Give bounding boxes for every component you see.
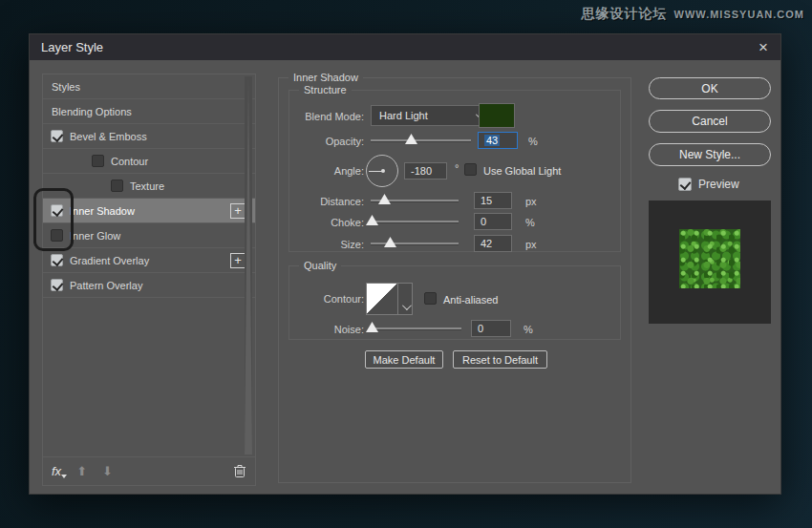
blend-mode-label: Blend Mode: <box>289 111 364 122</box>
opacity-label: Opacity: <box>289 136 364 147</box>
sidebar-item-gradient-overlay[interactable]: Gradient Overlay + <box>43 248 255 273</box>
angle-unit: ° <box>455 162 459 174</box>
use-global-light-label: Use Global Light <box>483 165 561 177</box>
contour-label: Contour: <box>289 293 364 305</box>
watermark-brand: 思缘设计论坛 <box>582 6 668 23</box>
annotation-highlight <box>33 188 74 251</box>
texture-checkbox[interactable] <box>111 180 123 192</box>
sidebar-item-texture[interactable]: Texture <box>43 174 255 199</box>
make-default-button[interactable]: Make Default <box>365 350 443 369</box>
opacity-value: 43 <box>484 135 500 146</box>
noise-input[interactable]: 0 <box>471 320 511 337</box>
choke-input[interactable]: 0 <box>474 213 512 230</box>
angle-input[interactable]: -180 <box>404 162 447 180</box>
choke-slider[interactable] <box>371 221 459 223</box>
distance-value: 15 <box>481 195 492 206</box>
sidebar-item-inner-shadow[interactable]: Inner Shadow + <box>43 199 255 223</box>
noise-label: Noise: <box>289 324 364 335</box>
dialog-title: Layer Style <box>41 40 103 54</box>
add-inner-shadow-button[interactable]: + <box>230 203 246 219</box>
contour-chevron-icon[interactable] <box>398 283 413 315</box>
angle-dial[interactable] <box>366 155 398 187</box>
effects-list: Styles Blending Options Bevel & Emboss C… <box>43 74 255 457</box>
contour-checkbox[interactable] <box>92 155 104 167</box>
sidebar-item-label: Inner Shadow <box>70 205 135 217</box>
scrollbar-thumb[interactable] <box>245 76 252 454</box>
watermark: 思缘设计论坛 WWW.MISSYUAN.COM <box>582 6 804 23</box>
effects-sidebar: Styles Blending Options Bevel & Emboss C… <box>42 74 256 486</box>
ok-button[interactable]: OK <box>649 77 771 99</box>
angle-center-dot <box>381 169 385 173</box>
sidebar-item-bevel-emboss[interactable]: Bevel & Emboss <box>43 124 255 149</box>
new-style-button[interactable]: New Style... <box>649 143 771 166</box>
opacity-unit: % <box>528 136 538 147</box>
move-down-icon[interactable]: ⬇ <box>102 464 113 478</box>
effects-footer: fx ⬆ ⬇ <box>43 456 255 485</box>
move-up-icon[interactable]: ⬆ <box>76 464 87 478</box>
preview-label: Preview <box>698 178 739 191</box>
size-input[interactable]: 42 <box>474 235 512 252</box>
sidebar-item-label: Gradient Overlay <box>70 255 149 266</box>
reset-to-default-button[interactable]: Reset to Default <box>453 350 547 369</box>
quality-section: Quality Contour: Anti-aliased Noise: 0 % <box>288 265 621 340</box>
angle-needle <box>369 171 382 172</box>
size-slider[interactable] <box>371 243 459 245</box>
sidebar-item-contour[interactable]: Contour <box>43 149 255 174</box>
quality-legend: Quality <box>299 260 341 271</box>
choke-unit: % <box>525 217 535 228</box>
sidebar-item-label: Bevel & Emboss <box>70 131 147 142</box>
panel-title: Inner Shadow <box>288 72 363 83</box>
effects-list-scrollbar[interactable] <box>245 76 252 454</box>
choke-label: Choke: <box>289 217 364 228</box>
add-gradient-overlay-button[interactable]: + <box>230 253 246 268</box>
distance-unit: px <box>525 196 537 207</box>
pattern-overlay-checkbox[interactable] <box>51 279 63 291</box>
anti-aliased-label: Anti-aliased <box>443 294 498 306</box>
watermark-url: WWW.MISSYUAN.COM <box>674 9 804 20</box>
structure-section: Structure Blend Mode: Hard Light Opacity… <box>288 90 621 252</box>
choke-value: 0 <box>481 216 486 227</box>
use-global-light-checkbox[interactable] <box>464 163 477 176</box>
preview-panel <box>649 201 771 324</box>
blend-mode-select[interactable]: Hard Light <box>371 105 490 126</box>
close-icon[interactable]: × <box>754 38 773 57</box>
noise-slider[interactable] <box>371 327 461 330</box>
shadow-color-swatch[interactable] <box>479 103 515 128</box>
opacity-slider[interactable] <box>371 139 471 142</box>
size-unit: px <box>525 239 537 250</box>
sidebar-item-label: Texture <box>130 180 164 192</box>
gradient-overlay-checkbox[interactable] <box>51 254 63 266</box>
sidebar-item-label: Styles <box>52 81 80 93</box>
noise-value: 0 <box>478 323 483 334</box>
preview-toggle[interactable]: Preview <box>678 178 739 191</box>
sidebar-item-styles[interactable]: Styles <box>43 74 255 99</box>
dialog-titlebar[interactable]: Layer Style × <box>30 34 780 60</box>
angle-label: Angle: <box>289 165 364 177</box>
noise-unit: % <box>524 324 533 335</box>
bevel-emboss-checkbox[interactable] <box>51 130 63 142</box>
sidebar-item-label: Inner Glow <box>70 230 120 242</box>
contour-picker[interactable] <box>366 283 398 315</box>
size-value: 42 <box>481 238 492 249</box>
cancel-button[interactable]: Cancel <box>649 110 771 133</box>
layer-style-dialog: Layer Style × Styles Blending Options Be… <box>29 33 781 495</box>
distance-label: Distance: <box>289 196 364 207</box>
sidebar-item-label: Contour <box>111 156 148 167</box>
structure-legend: Structure <box>299 84 352 95</box>
sidebar-item-inner-glow[interactable]: Inner Glow <box>43 223 255 248</box>
preview-thumbnail <box>679 229 740 288</box>
fx-menu-button[interactable]: fx <box>52 464 61 478</box>
delete-effect-icon[interactable] <box>233 464 246 478</box>
size-label: Size: <box>289 239 364 250</box>
angle-value: -180 <box>411 165 432 177</box>
sidebar-item-pattern-overlay[interactable]: Pattern Overlay <box>43 273 255 298</box>
sidebar-item-blending-options[interactable]: Blending Options <box>43 99 255 124</box>
blend-mode-value: Hard Light <box>379 110 428 121</box>
opacity-input[interactable]: 43 <box>478 132 518 149</box>
sidebar-item-label: Pattern Overlay <box>70 280 142 291</box>
anti-aliased-checkbox[interactable] <box>424 292 437 305</box>
sidebar-item-label: Blending Options <box>52 106 132 117</box>
preview-checkbox[interactable] <box>678 178 692 191</box>
inner-shadow-panel: Inner Shadow Structure Blend Mode: Hard … <box>278 77 631 483</box>
distance-input[interactable]: 15 <box>474 192 512 209</box>
